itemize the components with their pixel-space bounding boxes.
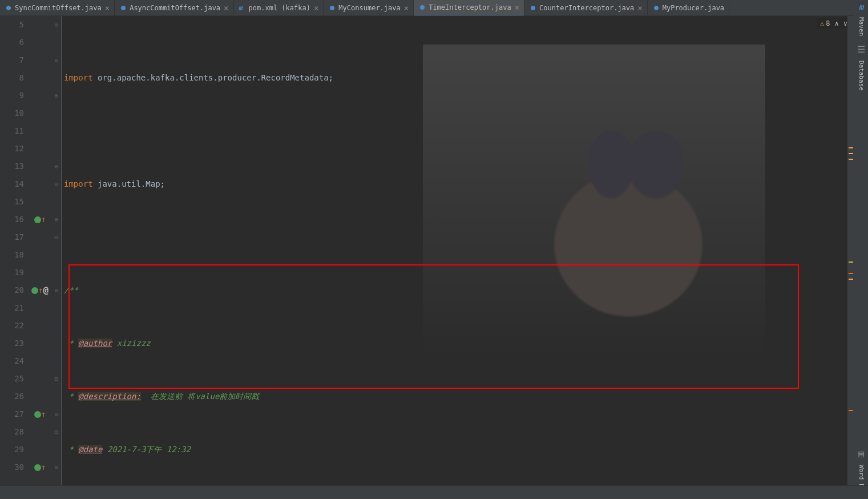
java-file-icon [328,4,336,12]
line-number: 21 [0,299,24,317]
override-icon[interactable] [34,464,41,471]
line-number: 14 [0,175,24,193]
tab-pom-xml[interactable]: mpom.xml (kafka)× [234,0,324,16]
close-icon[interactable]: × [637,3,642,13]
tab-counter-interceptor[interactable]: CounterInterceptor.java× [524,0,648,16]
warning-count: 8 [826,19,830,27]
line-number: 19 [0,264,24,281]
line-number: 13 [0,158,24,175]
editor-container: 5 6 7 8 9 10 11 12 13 14 15 16 17 18 19 … [0,16,868,485]
override-icon[interactable] [34,411,41,418]
editor-tabs-bar: SyncCommitOffset.java× AsyncCommitOffset… [0,0,868,16]
code-editor[interactable]: import org.apache.kafka.clients.producer… [62,16,868,485]
line-number: 16 [0,211,24,228]
java-file-icon [119,4,127,12]
tab-my-consumer[interactable]: MyConsumer.java× [324,0,414,16]
warning-icon: ⚠ [820,19,824,27]
database-icon[interactable]: ☰ [857,44,865,55]
override-icon[interactable] [34,216,41,223]
next-highlight-button[interactable]: ∨ [843,19,847,27]
close-icon[interactable]: × [404,3,409,13]
maven-tool-button[interactable]: Maven [858,17,865,36]
maven-tool-icon[interactable]: m [859,2,863,11]
line-number: 7 [0,51,24,69]
wordbook-icon[interactable]: ▤ [858,448,864,459]
java-file-icon [418,3,426,11]
line-number: 12 [0,140,24,158]
line-number: 8 [0,69,24,87]
line-number: 10 [0,104,24,122]
java-file-icon [652,4,660,12]
line-number: 5 [0,16,24,34]
line-number: 15 [0,193,24,211]
line-number: 11 [0,122,24,140]
tab-time-interceptor[interactable]: TimeInterceptor.java× [414,0,524,16]
line-number: 30 [0,458,24,476]
line-number: 28 [0,423,24,441]
line-number: 26 [0,388,24,405]
line-number: 20 [0,281,24,299]
fold-gutter[interactable]: ⊖⊖⊖⊖⊖⊖⊟⊖⊟⊖⊟⊖ [51,16,62,485]
java-file-icon [529,4,537,12]
status-bar [0,485,868,499]
line-number-gutter[interactable]: 5 6 7 8 9 10 11 12 13 14 15 16 17 18 19 … [0,16,29,485]
line-number: 24 [0,352,24,370]
close-icon[interactable]: × [224,3,228,13]
right-tool-sidebar: m Maven ☰ Database ▤ Word Book [854,0,868,499]
line-number: 25 [0,370,24,388]
line-number: 22 [0,317,24,335]
up-arrow-icon: ↑ [38,281,43,299]
close-icon[interactable]: × [105,3,110,13]
close-icon[interactable]: × [314,3,318,13]
gutter-indicators: ↑ ↑ @ ↑ ↑ [29,16,51,485]
up-arrow-icon: ↑ [41,458,46,476]
tab-async-commit[interactable]: AsyncCommitOffset.java× [115,0,233,16]
up-arrow-icon: ↑ [41,405,46,423]
line-number: 23 [0,335,24,352]
line-number: 9 [0,87,24,104]
java-file-icon [5,4,13,12]
inspection-widget[interactable]: ⚠ 8 ∧ ∨ [817,18,851,29]
line-number: 27 [0,405,24,423]
line-number: 18 [0,246,24,264]
line-number: 17 [0,228,24,246]
up-arrow-icon: ↑ [41,211,46,228]
maven-file-icon: m [239,4,247,12]
close-icon[interactable]: × [515,3,519,12]
prev-highlight-button[interactable]: ∧ [835,19,839,27]
line-number: 6 [0,34,24,51]
tab-sync-commit[interactable]: SyncCommitOffset.java× [0,0,115,16]
tab-my-producer[interactable]: MyProducer.java [648,0,729,16]
editor-scrollbar[interactable] [847,16,854,485]
line-number: 29 [0,441,24,458]
at-icon: @ [43,281,49,299]
override-icon[interactable] [31,287,38,294]
database-tool-button[interactable]: Database [858,61,865,91]
